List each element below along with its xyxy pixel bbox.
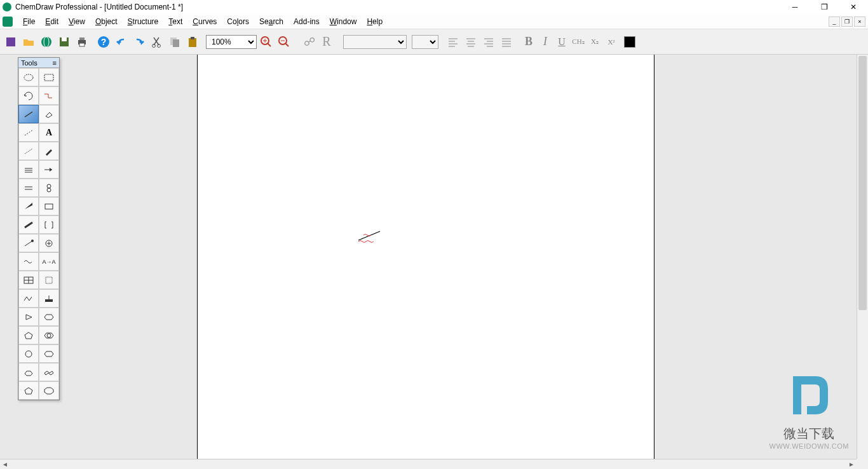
hexagon-tool[interactable] bbox=[39, 308, 59, 326]
font-size-select[interactable] bbox=[412, 35, 438, 49]
cyclohexane-tool[interactable] bbox=[39, 344, 59, 363]
wedge-bond-tool[interactable] bbox=[18, 197, 39, 215]
menu-file[interactable]: File bbox=[18, 16, 40, 27]
paste-button[interactable] bbox=[184, 34, 201, 50]
redo-button[interactable] bbox=[131, 34, 147, 50]
superscript-button[interactable]: X² bbox=[604, 34, 619, 50]
web-button[interactable] bbox=[38, 34, 55, 50]
pentagon-tool[interactable] bbox=[18, 326, 39, 344]
bond-drawing[interactable] bbox=[357, 230, 383, 243]
undo-button[interactable] bbox=[113, 34, 130, 50]
link-button[interactable]: ☍ bbox=[301, 34, 318, 50]
svg-rect-15 bbox=[191, 37, 194, 39]
new-document-button[interactable] bbox=[3, 34, 19, 50]
tlc-tool[interactable] bbox=[39, 271, 59, 289]
cycloheptane-tool[interactable] bbox=[18, 363, 39, 381]
benzene-tool[interactable] bbox=[39, 326, 59, 344]
align-center-button[interactable] bbox=[463, 34, 479, 50]
cut-button[interactable] bbox=[149, 34, 165, 50]
align-right-button[interactable] bbox=[480, 34, 497, 50]
print-button[interactable] bbox=[74, 34, 90, 50]
color-picker[interactable] bbox=[624, 36, 635, 48]
menu-text[interactable]: Text bbox=[163, 16, 187, 27]
font-select[interactable] bbox=[343, 35, 407, 49]
circle-tool[interactable] bbox=[18, 344, 39, 363]
menu-help[interactable]: Help bbox=[362, 16, 388, 27]
play-tool[interactable] bbox=[18, 308, 39, 326]
rectangle-tool[interactable] bbox=[39, 197, 59, 215]
mdi-minimize-button[interactable]: _ bbox=[829, 17, 840, 27]
menu-view[interactable]: View bbox=[64, 16, 90, 27]
menu-structure[interactable]: Structure bbox=[123, 16, 164, 27]
eraser-tool[interactable] bbox=[39, 105, 59, 123]
align-justify-button[interactable] bbox=[498, 34, 515, 50]
svg-text:?: ? bbox=[101, 37, 107, 47]
close-button[interactable]: ✕ bbox=[839, 0, 868, 14]
arrow-tool[interactable] bbox=[39, 160, 59, 179]
menu-addins[interactable]: Add-ins bbox=[288, 16, 325, 27]
zoom-in-button[interactable] bbox=[258, 34, 275, 50]
chain-tool[interactable] bbox=[18, 289, 39, 308]
marquee-tool[interactable] bbox=[39, 68, 59, 86]
chair-tool[interactable] bbox=[39, 363, 59, 381]
bold-bond-tool[interactable] bbox=[18, 215, 39, 234]
tools-panel-title: Tools bbox=[21, 59, 37, 67]
subscript-button[interactable]: X₂ bbox=[587, 34, 602, 50]
tools-panel-header[interactable]: Tools ≡ bbox=[18, 58, 59, 68]
multi-bond-tool[interactable] bbox=[18, 160, 39, 179]
solid-bond-tool[interactable] bbox=[18, 105, 39, 123]
mdi-restore-button[interactable]: ❐ bbox=[841, 17, 853, 27]
tools-panel[interactable]: Tools ≡ A A→A bbox=[18, 57, 60, 400]
dative-bond-tool[interactable] bbox=[18, 234, 39, 252]
template-tool[interactable] bbox=[39, 289, 59, 308]
orbital-tool[interactable] bbox=[39, 179, 59, 197]
menu-curves[interactable]: Curves bbox=[187, 16, 222, 27]
underline-button[interactable]: U bbox=[554, 34, 569, 50]
minimize-button[interactable]: ─ bbox=[780, 0, 810, 14]
lasso-tool[interactable] bbox=[18, 68, 39, 86]
svg-rect-13 bbox=[173, 39, 179, 47]
rotate-tool[interactable] bbox=[18, 86, 39, 105]
formula-button[interactable]: CH₂ bbox=[571, 34, 586, 50]
vertical-scrollbar[interactable] bbox=[857, 55, 868, 459]
bold-button[interactable]: B bbox=[521, 34, 536, 50]
double-bond-tool[interactable] bbox=[18, 179, 39, 197]
menu-edit[interactable]: Edit bbox=[40, 16, 64, 27]
open-button[interactable] bbox=[20, 34, 37, 50]
hash-bond-tool[interactable] bbox=[18, 142, 39, 160]
zoom-out-button[interactable] bbox=[276, 34, 292, 50]
text-tool[interactable]: A bbox=[39, 123, 59, 142]
menu-object[interactable]: Object bbox=[90, 16, 123, 27]
menu-search[interactable]: Search bbox=[254, 16, 288, 27]
italic-button[interactable]: I bbox=[538, 34, 553, 50]
vertical-scrollbar-thumb[interactable] bbox=[858, 56, 867, 310]
scroll-left-button[interactable]: ◄ bbox=[0, 460, 10, 469]
document-page[interactable] bbox=[197, 55, 654, 459]
menu-window[interactable]: Window bbox=[325, 16, 362, 27]
bracket-tool[interactable] bbox=[39, 215, 59, 234]
save-button[interactable] bbox=[56, 34, 72, 50]
zoom-select[interactable]: 100% bbox=[206, 35, 257, 49]
help-button[interactable]: ? bbox=[95, 34, 112, 50]
menu-colors[interactable]: Colors bbox=[222, 16, 254, 27]
cyclopentadiene-tool[interactable] bbox=[18, 381, 39, 400]
copy-button[interactable] bbox=[166, 34, 183, 50]
wavy-bond-tool[interactable] bbox=[18, 252, 39, 271]
svg-rect-53 bbox=[45, 204, 53, 209]
svg-point-67 bbox=[25, 351, 32, 357]
charge-tool[interactable] bbox=[39, 234, 59, 252]
svg-line-21 bbox=[285, 43, 288, 46]
maximize-button[interactable]: ❐ bbox=[810, 0, 839, 14]
pen-tool[interactable] bbox=[39, 142, 59, 160]
dashed-bond-tool[interactable] bbox=[18, 123, 39, 142]
horizontal-scrollbar[interactable]: ◄ ► bbox=[0, 459, 857, 469]
canvas-area[interactable] bbox=[0, 55, 857, 459]
table-tool[interactable] bbox=[18, 271, 39, 289]
structure-tool[interactable] bbox=[39, 86, 59, 105]
cyclooctane-tool[interactable] bbox=[39, 381, 59, 400]
atom-label-tool[interactable]: A→A bbox=[39, 252, 59, 271]
align-left-button[interactable] bbox=[445, 34, 461, 50]
scroll-right-button[interactable]: ► bbox=[846, 460, 857, 469]
r-group-button[interactable]: R bbox=[319, 34, 334, 50]
mdi-close-button[interactable]: × bbox=[854, 17, 865, 27]
